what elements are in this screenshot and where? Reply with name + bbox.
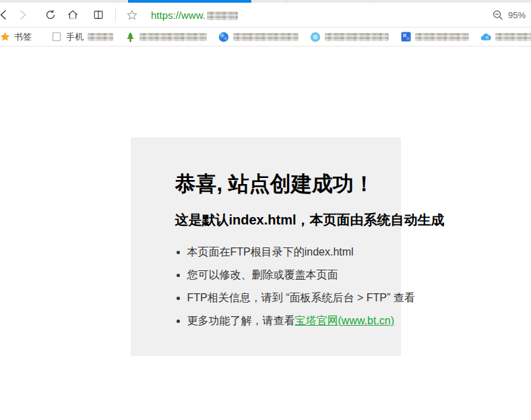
globe-blue-icon [218, 32, 229, 42]
redacted-bookmark-text [325, 33, 389, 41]
reading-list-button[interactable] [90, 5, 106, 24]
info-list: 本页面在FTP根目录下的index.html 您可以修改、删除或覆盖本页面 FT… [175, 246, 401, 326]
tab-separator [373, 0, 373, 3]
list-item-ftp-root: 本页面在FTP根目录下的index.html [187, 246, 401, 258]
more-info-text: 更多功能了解，请查看 [187, 315, 295, 326]
bt-official-site-link[interactable]: 宝塔官网(www.bt.cn) [295, 315, 395, 326]
bookmark-item-globe[interactable] [218, 32, 299, 42]
circle-lightblue-icon [310, 32, 321, 42]
page-outline-icon [51, 32, 62, 42]
loading-progress-bar [128, 0, 251, 3]
tab-strip [0, 0, 531, 3]
refresh-icon [45, 9, 56, 20]
page-title: 恭喜, 站点创建成功！ [175, 173, 401, 196]
bookmark-item-mobile[interactable]: 手机 [51, 31, 113, 43]
success-panel: 恭喜, 站点创建成功！ 这是默认index.html，本页面由系统自动生成 本页… [131, 138, 401, 356]
redacted-bookmark-text [495, 33, 531, 41]
bookmark-label: 手机 [66, 31, 84, 43]
bookmark-item-bookmarks[interactable]: 书签 [1, 31, 32, 43]
url-domain-redacted [207, 11, 238, 20]
bookmark-label: 书签 [14, 31, 32, 43]
address-bar[interactable]: https://www. [143, 9, 493, 21]
cloud-blue-icon [480, 32, 491, 42]
list-item-modify: 您可以修改、删除或覆盖本页面 [187, 269, 401, 280]
open-book-icon [93, 9, 104, 20]
star-outline-icon [127, 9, 137, 20]
page-content: 恭喜, 站点创建成功！ 这是默认index.html，本页面由系统自动生成 本页… [0, 138, 531, 420]
forward-button[interactable] [14, 5, 30, 24]
list-item-ftp-info: FTP相关信息，请到 “面板系统后台 > FTP” 查看 [187, 292, 401, 303]
refresh-button[interactable] [42, 5, 59, 24]
browser-toolbar: https://www. 95% [0, 3, 531, 28]
home-button[interactable] [65, 5, 81, 24]
bookmark-item-tree[interactable] [125, 32, 207, 42]
redacted-bookmark-text [139, 33, 207, 41]
redacted-bookmark-text [88, 33, 113, 41]
zoom-control[interactable]: 95% [493, 9, 531, 20]
favorite-star-button[interactable] [124, 5, 140, 24]
star-orange-icon [0, 32, 10, 42]
list-item-more: 更多功能了解，请查看宝塔官网(www.bt.cn) [187, 315, 401, 326]
forward-icon [17, 9, 28, 20]
redacted-bookmark-text [415, 33, 469, 41]
bookmark-item-cloud[interactable] [480, 32, 531, 42]
bookmarks-bar: 书签 手机 [0, 28, 531, 47]
toolbar-separator [115, 7, 116, 22]
bookmark-item-lightblue[interactable] [310, 32, 389, 42]
url-text[interactable]: https://www. [151, 9, 206, 21]
page-subtitle: 这是默认index.html，本页面由系统自动生成 [175, 212, 401, 228]
back-icon [0, 9, 9, 20]
back-button[interactable] [0, 5, 12, 24]
tab-separator [286, 0, 287, 3]
square-blue-icon [400, 32, 411, 42]
bookmark-item-bluesquare[interactable] [400, 32, 469, 42]
home-icon [67, 9, 78, 20]
zoom-level: 95% [508, 10, 526, 20]
redacted-bookmark-text [233, 33, 299, 41]
browser-window: https://www. 95% 书签 [0, 0, 531, 420]
tree-icon [125, 32, 135, 42]
zoom-out-icon [493, 9, 503, 20]
